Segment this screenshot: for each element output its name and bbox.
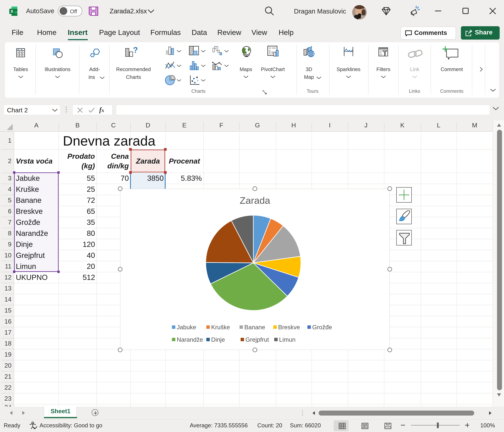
svg-text:?: ? bbox=[133, 47, 137, 55]
svg-text:X: X bbox=[10, 9, 13, 14]
